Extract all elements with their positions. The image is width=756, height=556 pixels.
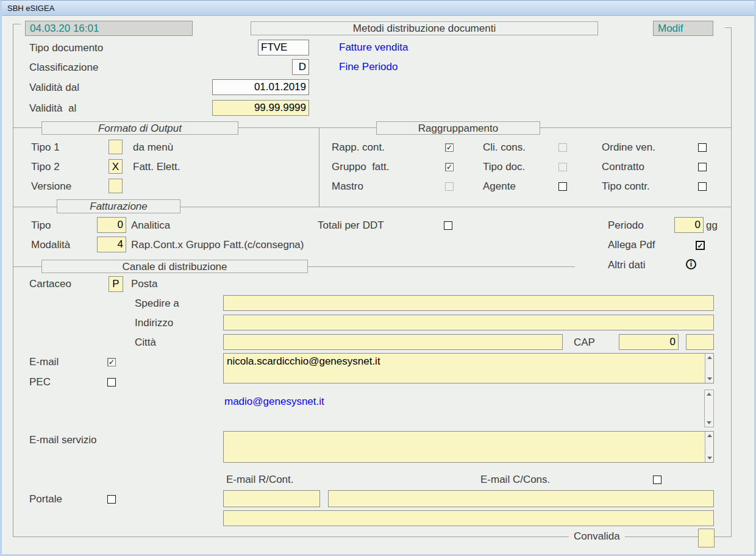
scroll-up-icon[interactable] (707, 393, 711, 396)
allega-pdf-label: Allega Pdf (608, 239, 655, 251)
cap-extra-field[interactable] (686, 334, 714, 350)
email-ccons-checkbox[interactable] (653, 476, 661, 484)
tipo-doc-label: Tipo doc. (483, 161, 525, 173)
rapp-cont-checkbox[interactable]: ✓ (445, 143, 454, 152)
tipo-documento-field[interactable]: FTVE (258, 40, 309, 55)
frame-tick-top-left (13, 24, 21, 24)
contratto-checkbox[interactable] (698, 163, 707, 171)
citta-label: Città (135, 337, 156, 349)
versione-field[interactable] (109, 179, 123, 193)
contratto-label: Contratto (602, 161, 644, 173)
modalita-desc: Rap.Cont.x Gruppo Fatt.(c/consegna) (131, 239, 304, 251)
tipo1-label: Tipo 1 (31, 141, 60, 154)
agente-checkbox[interactable] (558, 182, 567, 191)
periodo-unit: gg (706, 219, 718, 232)
indirizzo-field[interactable] (223, 315, 714, 330)
frame-right (731, 27, 732, 537)
scroll-down-icon[interactable] (707, 421, 711, 424)
validita-dal-field[interactable]: 01.01.2019 (212, 79, 309, 95)
email-secondary-scrollbar[interactable] (704, 390, 714, 427)
email-ccons-label: E-mail C/Cons. (480, 474, 550, 486)
tipo1-desc: da menù (133, 141, 173, 154)
email-secondary-text: madio@genesysnet.it (224, 396, 324, 408)
divider (13, 127, 41, 128)
pec-checkbox[interactable] (107, 378, 116, 387)
agente-label: Agente (483, 180, 516, 193)
email-servizio-scrollbar[interactable] (705, 432, 713, 462)
canale-header: Canale di distribuzione (41, 260, 308, 273)
scroll-up-icon[interactable] (707, 434, 712, 437)
classificazione-label: Classificazione (29, 62, 98, 74)
validita-al-field[interactable]: 99.99.9999 (212, 100, 309, 116)
divider (13, 266, 41, 267)
mastro-checkbox[interactable] (445, 182, 454, 191)
cartaceo-field[interactable]: P (109, 276, 123, 292)
email-rcont-label: E-mail R/Cont. (226, 474, 294, 486)
rapp-cont-label: Rapp. cont. (332, 141, 385, 154)
classificazione-desc: Fine Periodo (339, 61, 398, 73)
tipo-contr-label: Tipo contr. (602, 180, 650, 193)
gruppo-fatt-checkbox[interactable]: ✓ (445, 163, 454, 171)
extra-line-field[interactable] (223, 510, 714, 526)
cli-cons-checkbox[interactable] (558, 143, 567, 152)
app-window: SBH eSIGEA 04.03.20 16:01 Metodi distrib… (0, 0, 756, 556)
fatturazione-header: Fatturazione (57, 199, 180, 213)
modalita-field[interactable]: 4 (97, 237, 126, 252)
cap-field[interactable]: 0 (619, 334, 679, 350)
raggruppamento-header: Raggruppamento (376, 121, 540, 135)
window-titlebar[interactable]: SBH eSIGEA (2, 1, 754, 16)
email-value: nicola.scardicchio@genesysnet.it (224, 354, 705, 383)
pec-label: PEC (29, 376, 51, 388)
scroll-down-icon[interactable] (707, 457, 712, 460)
portale-checkbox[interactable] (107, 495, 116, 504)
page-title: Metodi distribuzione documenti (251, 21, 598, 35)
totali-ddt-checkbox[interactable] (444, 221, 452, 230)
tipo-documento-label: Tipo documento (29, 42, 103, 54)
indirizzo-label: Indirizzo (135, 317, 173, 329)
spedire-a-field[interactable] (223, 295, 714, 311)
classificazione-field[interactable]: D (292, 59, 309, 75)
divider (308, 266, 575, 267)
ordine-ven-label: Ordine ven. (602, 141, 655, 154)
tipo2-desc: Fatt. Elett. (133, 161, 180, 173)
email-textarea[interactable]: nicola.scardicchio@genesysnet.it (223, 353, 714, 383)
formato-output-header: Formato di Output (41, 121, 238, 135)
altri-dati-label: Altri dati (608, 259, 645, 271)
email-scrollbar[interactable] (705, 354, 713, 383)
fatt-tipo-field[interactable]: 0 (97, 217, 126, 233)
tipo-contr-checkbox[interactable] (698, 182, 707, 191)
tipo-doc-checkbox[interactable] (558, 163, 567, 171)
tipo1-field[interactable] (109, 140, 123, 154)
totali-ddt-label: Totali per DDT (318, 219, 384, 232)
divider (238, 127, 376, 128)
allega-pdf-checkbox[interactable]: ✓ (696, 241, 705, 250)
convalida-label: Convalida (569, 530, 625, 543)
divider (13, 207, 57, 207)
email-label: E-mail (29, 356, 59, 368)
citta-field[interactable] (223, 334, 563, 350)
tipo2-field[interactable]: X (109, 159, 123, 174)
email-checkbox[interactable]: ✓ (107, 358, 116, 366)
info-icon[interactable]: i (686, 259, 696, 269)
ordine-ven-checkbox[interactable] (698, 143, 707, 152)
mastro-label: Mastro (332, 180, 363, 193)
validita-dal-label: Validità dal (29, 82, 79, 94)
email-servizio-textarea[interactable] (223, 431, 714, 463)
datetime-box: 04.03.20 16:01 (25, 21, 193, 36)
scroll-up-icon[interactable] (707, 356, 712, 359)
periodo-field[interactable]: 0 (674, 217, 704, 233)
tipo-documento-desc: Fatture vendita (339, 41, 408, 54)
email-ccons-field[interactable] (328, 490, 714, 507)
cartaceo-desc: Posta (131, 278, 157, 290)
cap-label: CAP (574, 337, 595, 349)
email-servizio-label: E-mail servizio (29, 434, 97, 446)
email-rcont-field[interactable] (223, 490, 320, 507)
cartaceo-label: Cartaceo (29, 278, 71, 290)
scroll-down-icon[interactable] (707, 377, 712, 380)
gruppo-fatt-label: Gruppo fatt. (332, 161, 390, 173)
tipo2-label: Tipo 2 (31, 161, 60, 173)
email-servizio-value (224, 432, 705, 462)
divider (180, 207, 731, 207)
convalida-field[interactable] (698, 529, 715, 547)
periodo-label: Periodo (608, 219, 644, 232)
